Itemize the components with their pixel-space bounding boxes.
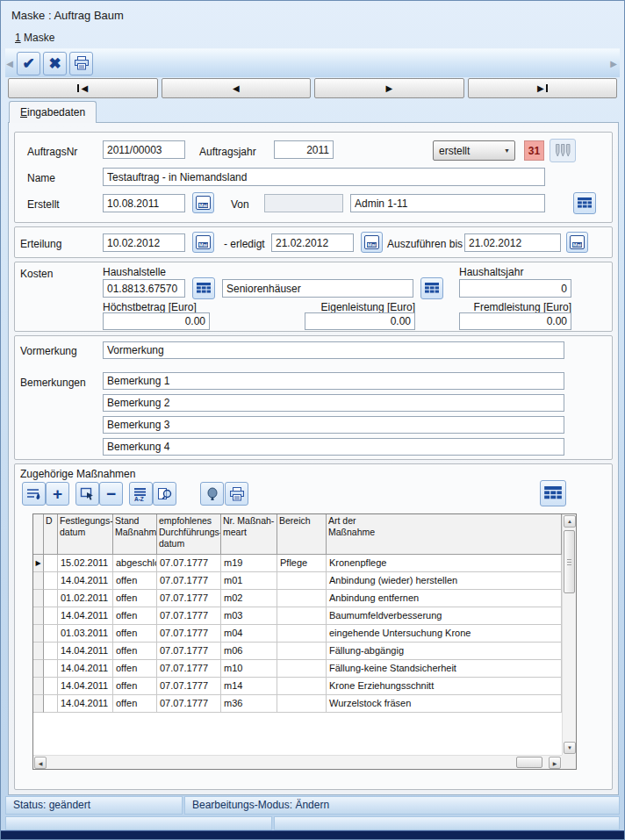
header-bereich[interactable]: Bereich xyxy=(277,514,327,555)
table-row[interactable]: ▶15.02.2011abgeschlos07.07.1777m19Pflege… xyxy=(33,555,562,572)
cell-festlegungsdatum[interactable]: 14.04.2011 xyxy=(58,678,113,695)
scroll-up-icon[interactable]: ▲ xyxy=(564,515,576,528)
cell-art[interactable]: Fällung-abgängig xyxy=(327,643,562,660)
nav-previous-button[interactable]: ◀ xyxy=(162,78,312,98)
auszufuehren-date-field[interactable] xyxy=(464,233,561,252)
table-row[interactable]: 14.04.2011offen07.07.1777m36Wurzelstock … xyxy=(33,695,562,713)
auftragsnr-field[interactable] xyxy=(103,140,185,159)
cell-nr[interactable]: m01 xyxy=(221,572,277,590)
bemerkung-3-field[interactable] xyxy=(103,416,564,434)
cell-bereich[interactable] xyxy=(277,678,327,695)
erteilung-date-field[interactable] xyxy=(103,233,185,252)
cell-d[interactable] xyxy=(44,625,58,643)
cell-stand[interactable]: abgeschlos xyxy=(113,555,157,572)
cell-art[interactable]: Anbindung entfernen xyxy=(327,590,562,607)
add-row-button[interactable]: + xyxy=(46,482,69,506)
cell-stand[interactable]: offen xyxy=(113,643,157,660)
cell-festlegungsdatum[interactable]: 01.02.2011 xyxy=(58,590,113,607)
von-code-field[interactable] xyxy=(264,194,343,212)
vormerkung-field[interactable] xyxy=(103,341,564,359)
haushaltsstelle-name-field[interactable] xyxy=(222,279,413,298)
erstellt-calendar-button[interactable]: Mai24 xyxy=(192,192,214,213)
cell-durchfuehrungsdatum[interactable]: 07.07.1777 xyxy=(157,660,221,678)
cell-nr[interactable]: m04 xyxy=(221,625,277,643)
table-row[interactable]: 14.04.2011offen07.07.1777m06Fällung-abgä… xyxy=(33,643,562,660)
table-row[interactable]: 14.04.2011offen07.07.1777m14Krone Erzieh… xyxy=(33,678,562,695)
batch-edit-button[interactable] xyxy=(550,139,576,162)
header-nr[interactable]: Nr. Maßnah- meart xyxy=(221,514,277,555)
row-marker[interactable] xyxy=(33,572,44,590)
vertical-scroll-thumb[interactable] xyxy=(564,530,575,593)
auftragsjahr-field[interactable] xyxy=(274,140,334,159)
cell-bereich[interactable]: Pflege xyxy=(277,555,327,572)
cell-nr[interactable]: m02 xyxy=(221,590,277,607)
haushaltsjahr-field[interactable] xyxy=(459,279,571,298)
cell-art[interactable]: Baumumfeldverbesserung xyxy=(327,607,562,625)
nav-next-button[interactable]: ▶ xyxy=(314,78,464,98)
table-row[interactable]: 14.04.2011offen07.07.1777m10Fällung-kein… xyxy=(33,660,562,678)
bemerkung-4-field[interactable] xyxy=(103,438,564,456)
von-lookup-button[interactable] xyxy=(573,192,596,214)
header-festlegungsdatum[interactable]: Festlegungs- datum xyxy=(58,514,113,555)
vertical-scrollbar[interactable]: ▲ ▼ xyxy=(562,514,576,755)
cell-stand[interactable]: offen xyxy=(113,590,157,607)
toolbar-scroll-left-icon[interactable]: ◀ xyxy=(5,59,14,68)
cell-art[interactable]: Krone Erziehungsschnitt xyxy=(327,678,562,695)
cell-bereich[interactable] xyxy=(277,695,327,713)
sort-button[interactable]: A-Z xyxy=(129,482,153,506)
eigenleistung-field[interactable] xyxy=(305,312,415,330)
row-marker[interactable] xyxy=(33,678,44,695)
cell-bereich[interactable] xyxy=(277,643,327,660)
cell-art[interactable]: Fällung-keine Standsicherheit xyxy=(327,660,562,678)
edit-record-button[interactable] xyxy=(22,482,46,506)
auszufuehren-calendar-button[interactable]: Mai24 xyxy=(566,232,588,253)
row-marker[interactable] xyxy=(33,643,44,660)
header-art[interactable]: Art der Maßnahme xyxy=(327,514,562,555)
cell-d[interactable] xyxy=(44,572,58,590)
cell-durchfuehrungsdatum[interactable]: 07.07.1777 xyxy=(157,678,221,695)
cell-nr[interactable]: m36 xyxy=(221,695,277,713)
erledigt-date-field[interactable] xyxy=(271,233,354,252)
nav-first-button[interactable]: ◀ xyxy=(8,78,158,98)
status-dropdown[interactable]: erstellt ▼ xyxy=(433,140,515,161)
search-button[interactable] xyxy=(153,482,176,506)
cell-festlegungsdatum[interactable]: 14.04.2011 xyxy=(58,643,113,660)
table-row[interactable]: 14.04.2011offen07.07.1777m01Anbindung (w… xyxy=(33,572,562,590)
cell-bereich[interactable] xyxy=(277,607,327,625)
row-marker[interactable] xyxy=(33,660,44,678)
cell-art[interactable]: Kronenpflege xyxy=(327,555,562,572)
scroll-right-icon[interactable]: ▶ xyxy=(549,757,561,769)
cell-art[interactable]: eingehende Untersuchung Krone xyxy=(327,625,562,643)
toolbar-scroll-right-icon[interactable]: ▶ xyxy=(609,59,618,68)
cell-festlegungsdatum[interactable]: 14.04.2011 xyxy=(58,607,113,625)
nav-last-button[interactable]: ▶ xyxy=(468,78,618,98)
cell-stand[interactable]: offen xyxy=(113,607,157,625)
cell-durchfuehrungsdatum[interactable]: 07.07.1777 xyxy=(157,643,221,660)
header-d[interactable]: D xyxy=(44,514,58,555)
cell-d[interactable] xyxy=(44,607,58,625)
table-row[interactable]: 14.04.2011offen07.07.1777m03Baumumfeldve… xyxy=(33,607,562,625)
row-marker[interactable]: ▶ xyxy=(33,555,44,572)
von-user-field[interactable] xyxy=(350,194,545,212)
cell-d[interactable] xyxy=(44,555,58,572)
name-field[interactable] xyxy=(103,168,545,186)
cell-bereich[interactable] xyxy=(277,572,327,590)
cell-festlegungsdatum[interactable]: 01.03.2011 xyxy=(58,625,113,643)
confirm-button[interactable]: ✔ xyxy=(17,52,40,75)
cell-durchfuehrungsdatum[interactable]: 07.07.1777 xyxy=(157,555,221,572)
row-marker[interactable] xyxy=(33,607,44,625)
cell-festlegungsdatum[interactable]: 14.04.2011 xyxy=(58,572,113,590)
cell-nr[interactable]: m06 xyxy=(221,643,277,660)
cell-stand[interactable]: offen xyxy=(113,572,157,590)
row-marker[interactable] xyxy=(33,625,44,643)
table-row[interactable]: 01.02.2011offen07.07.1777m02Anbindung en… xyxy=(33,590,562,607)
cell-festlegungsdatum[interactable]: 15.02.2011 xyxy=(58,555,113,572)
menu-item-maske[interactable]: 1 Maske xyxy=(11,30,58,46)
haushaltsstelle-field[interactable] xyxy=(103,279,185,298)
haushaltsstelle-lookup-button[interactable] xyxy=(192,277,215,299)
cell-bereich[interactable] xyxy=(277,590,327,607)
cell-stand[interactable]: offen xyxy=(113,660,157,678)
cell-festlegungsdatum[interactable]: 14.04.2011 xyxy=(58,695,113,713)
cell-durchfuehrungsdatum[interactable]: 07.07.1777 xyxy=(157,695,221,713)
bemerkung-2-field[interactable] xyxy=(103,394,564,412)
